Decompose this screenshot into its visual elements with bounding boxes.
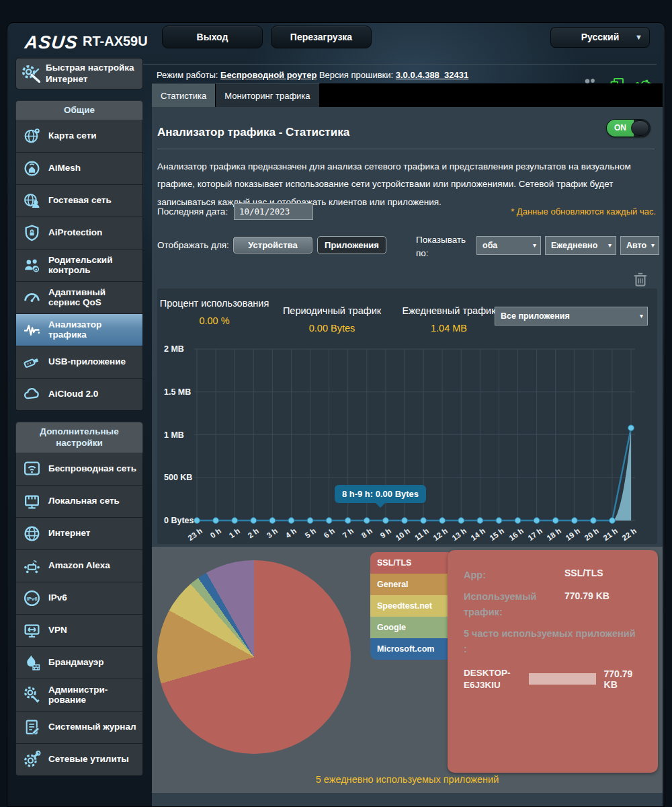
pie-chart[interactable] [157,560,351,754]
reboot-button[interactable]: Перезагрузка [271,26,372,48]
sidebar-item-aicloud[interactable]: AiCloud 2.0 [16,378,142,410]
lan-icon [23,492,41,510]
sidebar-item-administration[interactable]: Администри-рование [16,679,142,711]
pie-legend: SSL/TLSGeneralSpeedtest.netGoogleMicroso… [370,552,449,660]
svg-text:IPv6: IPv6 [26,595,38,601]
sidebar-item-wireless[interactable]: Беспроводная сеть [16,453,142,485]
y-axis-label: 1.5 MB [164,387,199,397]
app-window: ASUS RT-AX59U Выход Перезагрузка Русский… [7,22,665,807]
sidebar-item-usb-app[interactable]: USB-приложение [16,346,142,378]
chevron-down-icon: ▾ [533,237,536,254]
traffic-analyzer-icon [23,321,41,339]
vpn-icon [23,621,41,640]
y-axis-label: 0 Bytes [164,516,199,525]
sidebar-item-aiprotection[interactable]: AiProtection [16,217,142,249]
legend-item[interactable]: General [370,574,449,595]
firmware-link[interactable]: 3.0.0.4.388_32431 [396,70,468,80]
device-usage-bar [529,673,595,685]
sidebar-item-network-map[interactable]: Карта сети [16,120,142,152]
sidebar-item-qos[interactable]: Адаптивный сервис QoS [16,281,142,313]
chevron-down-icon: ▾ [651,237,655,254]
app-info-panel: App: SSL/TLS Используемый трафик: 770.79… [448,550,658,773]
statistics-panel: Анализатор трафика - Статистика ON Анали… [152,107,663,807]
top-apps-label: 5 часто используемых приложений : [464,626,638,656]
show-by-select-1[interactable]: Ежедневно▾ [545,236,616,255]
display-for-label: Отображать для: [157,240,229,250]
legend-item[interactable]: Microsoft.com [370,638,449,660]
parental-control-icon [23,256,41,274]
network-map-icon [23,126,41,145]
toggle-knob [631,120,649,136]
firmware-label: Версия прошивки: [319,70,393,80]
page-title: Анализатор трафика - Статистика [157,126,349,139]
line-chart: 0 Bytes500 KB1 MB1.5 MB2 MB23 h0 h1 h2 h… [157,289,657,544]
description-text: Анализатор трафика предназначен для анал… [157,158,656,211]
logout-button[interactable]: Выход [162,26,263,48]
chart-tooltip: 8 h-9 h: 0.00 Bytes [335,485,426,503]
legend-item[interactable]: Google [370,617,449,638]
devices-button[interactable]: Устройства [233,236,313,254]
legend-item[interactable]: Speedtest.net [370,595,449,617]
sidebar-item-system-log[interactable]: Системный журнал [16,711,142,743]
sidebar-item-vpn[interactable]: VPN [16,614,142,646]
aimesh-icon [23,159,41,178]
aiprotection-icon [23,224,41,242]
asus-logo: ASUS [24,32,79,53]
alexa-icon [23,557,41,575]
show-by-selects: оба▾Ежедневно▾Авто▾ [476,236,659,255]
sidebar: Быстрая настройка Интернет ОбщиеКарта се… [15,58,143,776]
network-tools-icon [23,751,41,769]
app-label: App: [464,568,564,582]
system-log-icon [23,718,41,736]
y-axis-label: 500 KB [164,473,199,482]
last-date-input[interactable] [234,203,313,220]
pie-section: SSL/TLSGeneralSpeedtest.netGoogleMicroso… [152,547,663,793]
show-by-select-0[interactable]: оба▾ [476,236,541,255]
sidebar-item-aimesh[interactable]: AiMesh [16,152,142,184]
router-model: RT-AX59U [83,34,148,49]
update-note: * Данные обновляются каждый час. [511,206,656,217]
administration-icon [23,686,41,704]
sidebar-item-quick-setup[interactable]: Быстрая настройка Интернет [15,58,143,89]
app-value: SSL/TLS [564,568,603,582]
sidebar-section-title: Дополнительные настройки [15,422,143,453]
sidebar-item-internet[interactable]: Интернет [16,517,142,549]
tab-bar: СтатистикаМониторинг трафика [152,83,663,107]
traffic-analyzer-toggle[interactable]: ON [606,119,650,137]
applications-button[interactable]: Приложения [317,236,386,254]
controls-row: Отображать для: Устройства Приложения По… [157,239,657,266]
y-axis-label: 2 MB [164,344,199,354]
quick-setup-label: Быстрая настройка Интернет [46,63,138,85]
toggle-on-label: ON [607,120,634,137]
traffic-stats-panel: Процент использования0.00 %Периодичный т… [157,289,657,544]
date-row: Последняя дата: * Данные обновляются каж… [157,205,657,223]
legend-item[interactable]: SSL/TLS [370,552,449,574]
show-by-label: Показывать по: [416,233,476,260]
sidebar-item-alexa[interactable]: Amazon Alexa [16,549,142,582]
sidebar-item-lan[interactable]: Локальная сеть [16,485,142,517]
pie-caption: 5 ежедневно используемых приложений [152,774,663,785]
tab-traffic-monitor[interactable]: Мониторинг трафика [216,83,319,107]
wireless-icon [23,459,41,477]
language-select[interactable]: Русский ▼ [550,27,650,48]
firewall-icon [23,654,41,672]
sidebar-item-traffic-analyzer[interactable]: Анализатор трафика [16,313,142,346]
tab-statistics[interactable]: Статистика [152,83,216,107]
sidebar-item-ipv6[interactable]: IPv6IPv6 [16,582,142,614]
used-traffic-label: Используемый трафик: [464,589,564,619]
guest-network-icon [23,192,41,210]
chevron-down-icon: ▾ [608,237,612,254]
last-date-label: Последняя дата: [157,206,228,217]
used-traffic-value: 770.79 KB [564,589,610,619]
sidebar-item-network-tools[interactable]: Сетевые утилиты [16,743,142,775]
internet-icon [23,525,41,543]
sidebar-section-title: Общие [15,100,143,120]
chevron-down-icon: ▼ [635,28,642,47]
sidebar-item-guest-network[interactable]: Гостевая сеть [16,184,142,217]
main-content: СтатистикаМониторинг трафика Анализатор … [152,83,663,807]
ipv6-icon: IPv6 [23,589,41,607]
sidebar-item-firewall[interactable]: Брандмауэр [16,646,142,679]
sidebar-item-parental-control[interactable]: Родительский контроль [16,249,142,281]
show-by-select-2[interactable]: Авто▾ [620,236,659,255]
mode-link[interactable]: Беспроводной роутер [220,70,317,80]
